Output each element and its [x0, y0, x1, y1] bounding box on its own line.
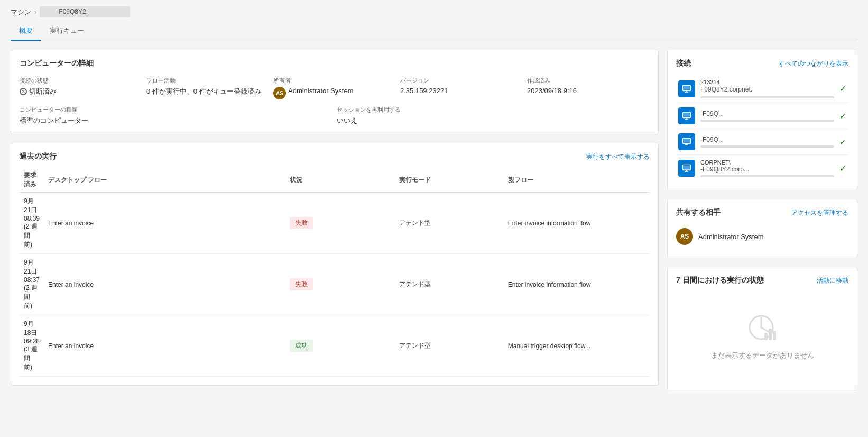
- breadcrumb-parent[interactable]: マシン: [11, 7, 31, 17]
- col-run-mode: 実行モード: [395, 168, 504, 193]
- shared-with-title: 共有する相手: [676, 208, 721, 217]
- flow-activity-label: フロー活動: [146, 77, 269, 85]
- col-status: 状況: [285, 168, 395, 193]
- no-data-container: まだ表示するデータがありません: [676, 292, 848, 381]
- connection-item: -F09Q... ✓: [676, 103, 848, 129]
- breadcrumb: マシン › -F09Q8Y2.: [11, 6, 857, 17]
- session-reuse-value: いいえ: [337, 116, 650, 125]
- connection-name: F09Q8Y2.corpnet.: [700, 85, 834, 94]
- no-data-text: まだ表示するデータがありません: [711, 351, 814, 360]
- cell-run-mode: アテンド型: [395, 193, 504, 254]
- shared-with-header: 共有する相手 アクセスを管理する: [676, 208, 848, 217]
- activity-link[interactable]: 活動に移動: [817, 276, 848, 285]
- cell-requested: 9月21日 08:39 (2 週間 前): [20, 193, 44, 254]
- connection-check-icon: ✓: [839, 111, 846, 121]
- computer-details-card: コンピューターの詳細 接続の状態 ✕ 切断済み フロー活動 0 件が実行中: [11, 50, 659, 134]
- session-reuse-item: セッションを再利用する いいえ: [337, 106, 650, 125]
- connection-computer-icon: [678, 80, 695, 97]
- shared-person-avatar: AS: [676, 228, 693, 245]
- svg-rect-5: [684, 86, 690, 89]
- cell-requested: 9月18日 09:28 (3 週間 前): [20, 315, 44, 377]
- shared-person-name: Administrator System: [698, 233, 764, 241]
- cell-requested: 9月21日 08:37 (2 週間 前): [20, 254, 44, 315]
- svg-rect-11: [684, 113, 690, 117]
- computer-type-label: コンピューターの種類: [20, 106, 333, 114]
- svg-rect-17: [684, 139, 690, 143]
- created-label: 作成済み: [527, 77, 650, 85]
- table-row: 9月21日 08:37 (2 週間 前) Enter an invoice 失敗…: [20, 254, 650, 315]
- connection-status-item: 接続の状態 ✕ 切断済み: [20, 77, 142, 99]
- svg-rect-25: [764, 333, 768, 340]
- connection-info: CORPNET\ -F09Q8Y2.corp...: [700, 159, 834, 177]
- version-item: バージョン 2.35.159.23221: [400, 77, 523, 99]
- no-data-icon: [746, 313, 778, 344]
- svg-rect-23: [684, 166, 690, 169]
- created-value: 2023/09/18 9:16: [527, 87, 650, 95]
- svg-rect-26: [769, 329, 772, 340]
- shared-person-item: AS Administrator System: [676, 224, 848, 249]
- computer-type-value: 標準のコンピューター: [20, 116, 333, 125]
- view-all-runs-link[interactable]: 実行をすべて表示する: [586, 152, 650, 161]
- tab-overview[interactable]: 概要: [11, 22, 41, 41]
- view-all-connections-link[interactable]: すべてのつながりを表示: [779, 59, 848, 68]
- tab-run-queue[interactable]: 実行キュー: [41, 22, 93, 41]
- owner-avatar: AS: [273, 87, 286, 99]
- col-requested: 要求済み: [20, 168, 44, 193]
- connection-id: 213214: [700, 79, 834, 85]
- connections-header: 接続 すべてのつながりを表示: [676, 59, 848, 68]
- owner-value: AS Administrator System: [273, 87, 396, 99]
- cell-desktop-flow: Enter an invoice: [44, 315, 285, 377]
- col-desktop-flow: デスクトップ フロー: [44, 168, 285, 193]
- connections-title: 接続: [676, 59, 691, 68]
- connection-info: -F09Q...: [700, 110, 834, 122]
- connection-check-icon: ✓: [839, 84, 846, 94]
- session-reuse-label: セッションを再利用する: [337, 106, 650, 114]
- cell-desktop-flow: Enter an invoice: [44, 193, 285, 254]
- flow-activity-item: フロー活動 0 件が実行中、0 件がキュー登録済み: [146, 77, 269, 99]
- shared-with-section: 共有する相手 アクセスを管理する AS Administrator System: [667, 199, 857, 258]
- connection-bar: [700, 120, 834, 122]
- version-label: バージョン: [400, 77, 523, 85]
- table-row: 9月18日 09:28 (3 週間 前) Enter an invoice 成功…: [20, 315, 650, 377]
- svg-rect-27: [773, 331, 776, 340]
- connection-computer-icon: [678, 107, 695, 124]
- connection-check-icon: ✓: [839, 137, 846, 147]
- cell-run-mode: アテンド型: [395, 254, 504, 315]
- connection-bar: [700, 96, 834, 98]
- connection-bar: [700, 145, 834, 148]
- computer-type-item: コンピューターの種類 標準のコンピューター: [20, 106, 333, 125]
- connection-status-value: ✕ 切断済み: [20, 87, 142, 96]
- connection-item: CORPNET\ -F09Q8Y2.corp... ✓: [676, 155, 848, 181]
- disconnect-icon: ✕: [20, 88, 27, 95]
- col-parent-flow: 親フロー: [504, 168, 650, 193]
- connection-name: -F09Q8Y2.corp...: [700, 166, 834, 173]
- connections-list: 213214 F09Q8Y2.corpnet. ✓ -F09Q...: [676, 75, 848, 181]
- execution-status-header: 7 日間における実行の状態 活動に移動: [676, 276, 848, 285]
- cell-parent-flow: Enter invoice information flow: [504, 193, 650, 254]
- connection-computer-icon: [678, 160, 695, 177]
- connections-section: 接続 すべてのつながりを表示 213214 F09Q8Y2.corpnet.: [667, 50, 857, 190]
- owner-label: 所有者: [273, 77, 396, 85]
- connection-check-icon: ✓: [839, 163, 846, 174]
- cell-parent-flow: Manual trigger desktop flow...: [504, 315, 650, 377]
- connection-status-label: 接続の状態: [20, 77, 142, 85]
- connection-name: -F09Q...: [700, 136, 834, 143]
- tab-bar: 概要 実行キュー: [11, 22, 857, 41]
- connection-name: -F09Q...: [700, 110, 834, 117]
- connection-computer-icon: [678, 133, 695, 150]
- connection-id: CORPNET\: [700, 159, 834, 166]
- connection-info: -F09Q...: [700, 136, 834, 148]
- breadcrumb-sep: ›: [34, 8, 36, 16]
- version-value: 2.35.159.23221: [400, 87, 523, 95]
- created-item: 作成済み 2023/09/18 9:16: [527, 77, 650, 99]
- past-runs-header: 過去の実行 実行をすべて表示する: [20, 152, 650, 161]
- past-runs-title: 過去の実行: [20, 152, 57, 161]
- cell-desktop-flow: Enter an invoice: [44, 254, 285, 315]
- cell-status: 失敗: [285, 193, 395, 254]
- connection-info: 213214 F09Q8Y2.corpnet.: [700, 79, 834, 98]
- cell-status: 失敗: [285, 254, 395, 315]
- computer-details-title: コンピューターの詳細: [20, 59, 650, 68]
- cell-run-mode: アテンド型: [395, 315, 504, 377]
- connection-item: -F09Q... ✓: [676, 129, 848, 155]
- manage-access-link[interactable]: アクセスを管理する: [791, 208, 848, 217]
